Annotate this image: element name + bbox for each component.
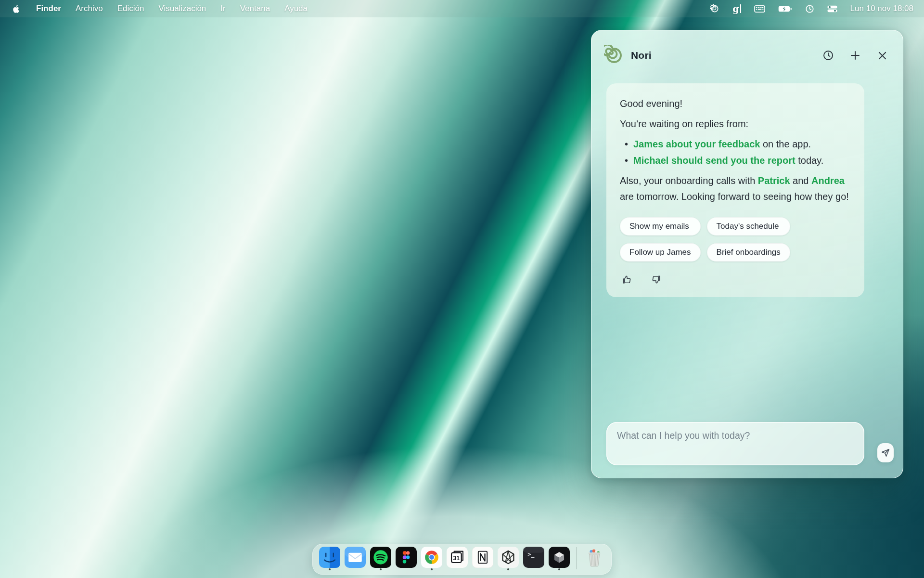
bullet-rest: on the app.	[760, 139, 811, 149]
menu-ventana[interactable]: Ventana	[240, 4, 270, 13]
closing-mid: and	[790, 175, 811, 186]
chip-show-my-emails[interactable]: Show my emails	[620, 217, 701, 236]
menu-ayuda[interactable]: Ayuda	[284, 4, 308, 13]
battery-charging-icon[interactable]	[778, 3, 792, 14]
dock-spotify-icon[interactable]	[370, 547, 391, 570]
dock-terminal-icon[interactable]: >_	[523, 547, 544, 570]
window-header: Nori	[591, 30, 903, 83]
nori-logo-spiral-icon	[604, 45, 624, 66]
history-clock-icon[interactable]	[805, 3, 814, 14]
composer	[606, 422, 894, 465]
suggestion-chips: Show my emails Today's schedule Follow u…	[620, 217, 851, 262]
list-item: James about your feedback on the app.	[623, 136, 851, 152]
chip-brief-onboardings[interactable]: Brief onboardings	[707, 243, 790, 262]
window-title: Nori	[631, 50, 652, 61]
prompt-input[interactable]	[606, 422, 864, 465]
highlight-andrea: Andrea	[811, 175, 845, 186]
apple-menu-icon[interactable]	[11, 3, 20, 14]
send-button[interactable]	[877, 443, 894, 462]
menubar-clock[interactable]: Lun 10 nov 18:08	[850, 4, 913, 13]
menu-visualizacion[interactable]: Visualización	[158, 4, 206, 13]
g-text-cursor-icon[interactable]: g	[732, 3, 741, 14]
dock-chatgpt-icon[interactable]	[498, 547, 519, 570]
menu-app-name[interactable]: Finder	[36, 4, 61, 13]
control-center-icon[interactable]	[827, 3, 837, 14]
dock: 31 >_	[312, 544, 612, 575]
thumbs-down-button[interactable]	[650, 274, 662, 286]
dock-separator	[577, 547, 577, 569]
keyboard-icon[interactable]	[754, 3, 765, 14]
highlight-james: James about your feedback	[633, 139, 760, 149]
new-chat-button[interactable]	[849, 49, 861, 62]
dock-notion-icon[interactable]	[472, 547, 493, 570]
chip-todays-schedule[interactable]: Today's schedule	[707, 217, 790, 236]
closing-pre: Also, your onboarding calls with	[620, 175, 758, 186]
menu-edicion[interactable]: Edición	[117, 4, 144, 13]
dock-figma-icon[interactable]	[396, 547, 417, 570]
bullet-rest: today.	[796, 155, 824, 166]
intro-text: You’re waiting on replies from:	[620, 116, 851, 132]
menu-ir[interactable]: Ir	[220, 4, 225, 13]
dock-cube-app-icon[interactable]	[549, 547, 570, 570]
closing-post: are tomorrow. Looking forward to seeing …	[620, 191, 849, 202]
assistant-message-bubble: Good evening! You’re waiting on replies …	[606, 83, 864, 297]
dock-trash-icon[interactable]	[584, 547, 605, 570]
dock-calendar-icon[interactable]: 31	[447, 547, 468, 570]
dock-mail-icon[interactable]	[345, 547, 366, 570]
nori-menubar-spiral-icon[interactable]	[710, 3, 719, 14]
highlight-patrick: Patrick	[758, 175, 790, 186]
thumbs-up-button[interactable]	[621, 274, 632, 286]
history-button[interactable]	[822, 49, 834, 62]
highlight-michael: Michael should send you the report	[633, 155, 796, 166]
menu-archivo[interactable]: Archivo	[76, 4, 103, 13]
closing-text: Also, your onboarding calls with Patrick…	[620, 173, 851, 205]
svg-text:31: 31	[453, 555, 460, 562]
dock-chrome-icon[interactable]	[421, 547, 442, 570]
dock-finder-icon[interactable]	[319, 547, 340, 570]
chip-follow-up-james[interactable]: Follow up James	[620, 243, 701, 262]
list-item: Michael should send you the report today…	[623, 153, 851, 169]
greeting-text: Good evening!	[620, 96, 851, 112]
menu-bar: Finder Archivo Edición Visualización Ir …	[0, 0, 924, 17]
waiting-list: James about your feedback on the app. Mi…	[623, 136, 851, 169]
close-button[interactable]	[876, 49, 888, 62]
svg-text:>_: >_	[527, 551, 535, 558]
nori-window: Nori Good evening! You’re waiting on rep…	[591, 30, 903, 478]
feedback-row	[620, 274, 851, 286]
